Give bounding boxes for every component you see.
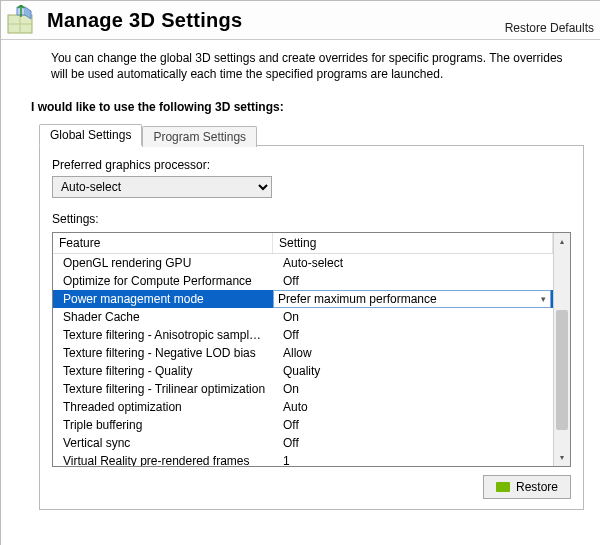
- settings-row-value-dropdown[interactable]: Prefer maximum performance▾: [273, 290, 551, 308]
- tab-program-settings[interactable]: Program Settings: [142, 126, 257, 147]
- settings-row[interactable]: Threaded optimizationAuto: [53, 398, 553, 416]
- settings-row[interactable]: Texture filtering - QualityQuality: [53, 362, 553, 380]
- settings-row-feature: Texture filtering - Negative LOD bias: [53, 344, 273, 362]
- settings-row-feature: Power management mode: [53, 290, 273, 308]
- page-header: Manage 3D Settings Restore Defaults: [1, 1, 600, 40]
- settings-row-value: On: [273, 380, 553, 398]
- settings-row[interactable]: Optimize for Compute PerformanceOff: [53, 272, 553, 290]
- settings-row-value: Off: [273, 416, 553, 434]
- page-title: Manage 3D Settings: [47, 9, 242, 32]
- tab-body-global: Preferred graphics processor: Auto-selec…: [39, 145, 584, 510]
- settings-row-feature: Triple buffering: [53, 416, 273, 434]
- restore-defaults-link[interactable]: Restore Defaults: [505, 21, 594, 35]
- settings-panel: Manage 3D Settings Restore Defaults You …: [1, 1, 600, 523]
- nvidia-logo-icon: [496, 482, 510, 492]
- settings-row-value: Off: [273, 434, 553, 452]
- settings-row[interactable]: Vertical syncOff: [53, 434, 553, 452]
- scroll-down-icon[interactable]: ▾: [554, 449, 570, 466]
- tab-global-settings[interactable]: Global Settings: [39, 124, 142, 146]
- settings-row-value: Off: [273, 272, 553, 290]
- settings-row-value: Allow: [273, 344, 553, 362]
- settings-row-feature: Optimize for Compute Performance: [53, 272, 273, 290]
- settings-row-value: Quality: [273, 362, 553, 380]
- settings-row[interactable]: OpenGL rendering GPUAuto-select: [53, 254, 553, 272]
- settings-row[interactable]: Power management modePrefer maximum perf…: [53, 290, 553, 308]
- scroll-up-icon[interactable]: ▴: [554, 233, 570, 250]
- settings-label: Settings:: [52, 212, 571, 226]
- settings-row-value: 1: [273, 452, 553, 466]
- settings-row-value: Auto-select: [273, 254, 553, 272]
- gpu-select[interactable]: Auto-select: [52, 176, 272, 198]
- settings-row[interactable]: Shader CacheOn: [53, 308, 553, 326]
- settings-table: Feature Setting OpenGL rendering GPUAuto…: [52, 232, 571, 467]
- settings-row-feature: Virtual Reality pre-rendered frames: [53, 452, 273, 466]
- settings-row-feature: Texture filtering - Quality: [53, 362, 273, 380]
- settings-row-feature: Threaded optimization: [53, 398, 273, 416]
- chevron-down-icon: ▾: [541, 294, 546, 304]
- gpu-label: Preferred graphics processor:: [52, 158, 571, 172]
- intro-text: You can change the global 3D settings an…: [1, 40, 600, 86]
- settings-row-feature: Texture filtering - Anisotropic sample o…: [53, 326, 273, 344]
- settings-table-header: Feature Setting: [53, 233, 553, 254]
- col-feature: Feature: [53, 233, 273, 253]
- settings-scrollbar[interactable]: ▴ ▾: [553, 233, 570, 466]
- nvidia-3d-icon: [7, 5, 41, 35]
- scroll-track[interactable]: [554, 250, 570, 449]
- settings-row[interactable]: Texture filtering - Anisotropic sample o…: [53, 326, 553, 344]
- col-setting: Setting: [273, 233, 553, 253]
- settings-row-feature: Shader Cache: [53, 308, 273, 326]
- restore-button-label: Restore: [516, 480, 558, 494]
- settings-row-value: On: [273, 308, 553, 326]
- settings-row[interactable]: Triple bufferingOff: [53, 416, 553, 434]
- tab-strip: Global Settings Program Settings: [39, 124, 584, 146]
- settings-row-value: Off: [273, 326, 553, 344]
- settings-row-feature: Texture filtering - Trilinear optimizati…: [53, 380, 273, 398]
- scroll-thumb[interactable]: [556, 310, 568, 430]
- settings-row[interactable]: Virtual Reality pre-rendered frames1: [53, 452, 553, 466]
- restore-button[interactable]: Restore: [483, 475, 571, 499]
- settings-row-value: Auto: [273, 398, 553, 416]
- settings-row[interactable]: Texture filtering - Negative LOD biasAll…: [53, 344, 553, 362]
- section-label: I would like to use the following 3D set…: [1, 86, 600, 124]
- settings-row[interactable]: Texture filtering - Trilinear optimizati…: [53, 380, 553, 398]
- settings-row-feature: Vertical sync: [53, 434, 273, 452]
- settings-row-feature: OpenGL rendering GPU: [53, 254, 273, 272]
